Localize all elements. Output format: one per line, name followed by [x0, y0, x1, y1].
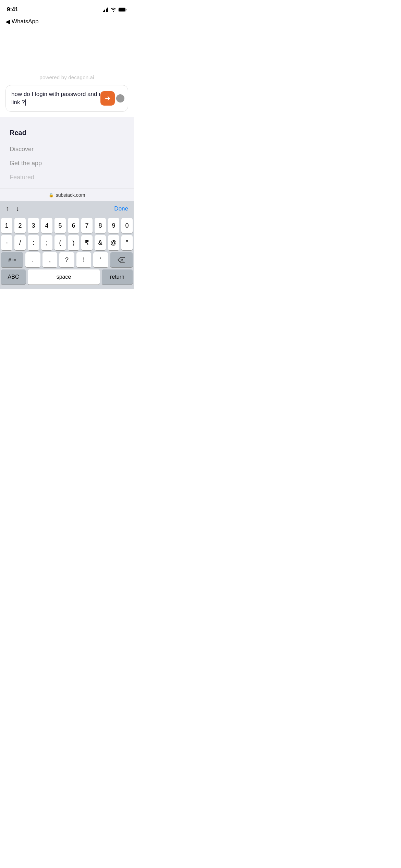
backspace-icon [118, 257, 125, 263]
key-period[interactable]: . [25, 252, 40, 267]
toolbar-navigation: ↑ ↓ [5, 205, 19, 213]
lock-icon: 🔒 [49, 193, 54, 197]
status-bar: 9:41 [0, 0, 134, 16]
keyboard-done-button[interactable]: Done [114, 205, 128, 212]
send-icon [104, 95, 111, 102]
key-7[interactable]: 7 [81, 218, 93, 233]
back-chevron-icon: ◀ [5, 18, 10, 25]
key-1[interactable]: 1 [1, 218, 12, 233]
key-2[interactable]: 2 [14, 218, 26, 233]
key-colon[interactable]: : [28, 235, 39, 250]
key-rupee[interactable]: ₹ [81, 235, 93, 250]
battery-icon [118, 8, 127, 12]
key-at[interactable]: @ [108, 235, 119, 250]
toolbar-up-button[interactable]: ↑ [5, 205, 9, 213]
main-content: powered by decagon.ai how do I login wit… [0, 28, 134, 117]
toolbar-down-button[interactable]: ↓ [16, 205, 19, 213]
keyboard-numbers-row: 1 2 3 4 5 6 7 8 9 0 [0, 216, 134, 233]
text-cursor [25, 99, 26, 106]
key-apostrophe[interactable]: ' [93, 252, 108, 267]
keyboard-bottom-row: #+= . , ? ! ' [0, 250, 134, 267]
status-icons [103, 8, 127, 12]
mic-toggle[interactable] [116, 94, 124, 103]
back-label: WhatsApp [12, 18, 38, 25]
keyboard-toolbar: ↑ ↓ Done [0, 201, 134, 216]
key-exclamation[interactable]: ! [76, 252, 92, 267]
key-comma[interactable]: , [42, 252, 58, 267]
bottom-bar-row: 😀 [0, 287, 134, 289]
signal-icon [103, 8, 109, 12]
nav-discover-link[interactable]: Discover [10, 142, 124, 156]
key-8[interactable]: 8 [95, 218, 106, 233]
key-6[interactable]: 6 [68, 218, 79, 233]
svg-rect-1 [119, 8, 125, 11]
chat-input-text[interactable]: how do I login with password and not lin… [11, 90, 109, 107]
url-bar: 🔒 substack.com [0, 189, 134, 201]
key-space[interactable]: space [28, 269, 100, 285]
substack-panel: Read Discover Get the app Featured [0, 117, 134, 189]
key-abc[interactable]: ABC [1, 269, 26, 285]
key-0[interactable]: 0 [121, 218, 133, 233]
nav-get-app-link[interactable]: Get the app [10, 156, 124, 170]
keyboard-symbols-row: - / : ; ( ) ₹ & @ " [0, 233, 134, 250]
key-ampersand[interactable]: & [95, 235, 106, 250]
chat-input-container[interactable]: how do I login with password and not lin… [5, 85, 128, 112]
key-4[interactable]: 4 [41, 218, 52, 233]
powered-by-label: powered by decagon.ai [0, 74, 134, 80]
status-time: 9:41 [7, 6, 18, 13]
key-dash[interactable]: - [1, 235, 12, 250]
send-button-wrapper [100, 91, 124, 106]
key-quote[interactable]: " [121, 235, 133, 250]
key-open-paren[interactable]: ( [54, 235, 66, 250]
back-button[interactable]: ◀ WhatsApp [5, 18, 38, 25]
nav-featured-link[interactable]: Featured [10, 170, 124, 184]
navigation-bar: ◀ WhatsApp [0, 16, 134, 28]
send-button[interactable] [100, 91, 115, 106]
key-close-paren[interactable]: ) [68, 235, 79, 250]
wifi-icon [110, 8, 116, 12]
key-question[interactable]: ? [59, 252, 74, 267]
key-semicolon[interactable]: ; [41, 235, 52, 250]
key-slash[interactable]: / [14, 235, 26, 250]
key-backspace[interactable] [110, 252, 133, 267]
url-domain: substack.com [56, 192, 85, 198]
key-3[interactable]: 3 [28, 218, 39, 233]
nav-read-link[interactable]: Read [10, 125, 124, 140]
key-9[interactable]: 9 [108, 218, 119, 233]
keyboard: 1 2 3 4 5 6 7 8 9 0 - / : ; ( ) ₹ & @ " … [0, 216, 134, 287]
keyboard-space-row: ABC space return [0, 267, 134, 287]
bottom-nav-panel: Read Discover Get the app Featured [0, 117, 134, 189]
key-hashtag-plus-equals[interactable]: #+= [1, 252, 23, 267]
key-return[interactable]: return [102, 269, 133, 285]
key-5[interactable]: 5 [54, 218, 66, 233]
